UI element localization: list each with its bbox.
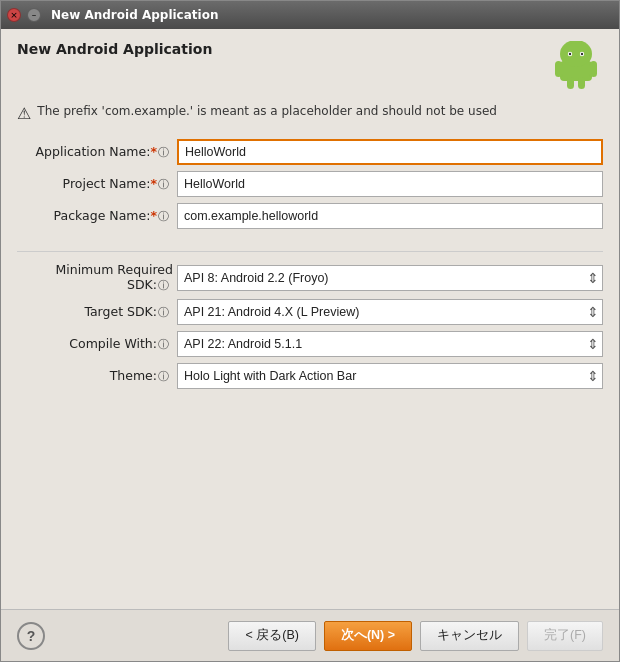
svg-rect-5 xyxy=(578,77,585,89)
svg-rect-4 xyxy=(567,77,574,89)
min-sdk-row: Minimum Required SDK:ⓘ API 8: Android 2.… xyxy=(17,262,603,293)
page-title-area: New Android Application xyxy=(17,41,212,57)
app-name-input[interactable] xyxy=(177,139,603,165)
compile-with-label: Compile With:ⓘ xyxy=(17,336,177,352)
package-required-star: * xyxy=(150,208,157,223)
warning-icon: ⚠ xyxy=(17,103,31,125)
compile-info-icon: ⓘ xyxy=(158,338,169,351)
min-sdk-select-wrapper: API 8: Android 2.2 (Froyo) ⇕ xyxy=(177,265,603,291)
compile-with-row: Compile With:ⓘ API 22: Android 5.1.1 ⇕ xyxy=(17,331,603,357)
theme-label: Theme:ⓘ xyxy=(17,368,177,384)
sdk-section: Minimum Required SDK:ⓘ API 8: Android 2.… xyxy=(17,262,603,395)
required-star: * xyxy=(150,144,157,159)
next-button[interactable]: 次へ(N) > xyxy=(324,621,412,651)
target-sdk-info-icon: ⓘ xyxy=(158,306,169,319)
min-sdk-label: Minimum Required SDK:ⓘ xyxy=(17,262,177,293)
app-name-info-icon: ⓘ xyxy=(158,146,169,159)
titlebar-title: New Android Application xyxy=(51,8,218,22)
cancel-button[interactable]: キャンセル xyxy=(420,621,519,651)
project-name-input[interactable] xyxy=(177,171,603,197)
package-name-input[interactable] xyxy=(177,203,603,229)
android-logo xyxy=(549,41,603,95)
theme-row: Theme:ⓘ Holo Light with Dark Action Bar … xyxy=(17,363,603,389)
finish-button[interactable]: 完了(F) xyxy=(527,621,603,651)
titlebar: × – New Android Application xyxy=(1,1,619,29)
package-name-row: Package Name:*ⓘ xyxy=(17,203,603,229)
app-name-row: Application Name:*ⓘ xyxy=(17,139,603,165)
help-button[interactable]: ? xyxy=(17,622,45,650)
svg-point-19 xyxy=(581,53,583,55)
svg-point-15 xyxy=(562,43,590,67)
warning-message: ⚠ The prefix 'com.example.' is meant as … xyxy=(17,103,603,125)
spacer xyxy=(17,405,603,597)
warning-text: The prefix 'com.example.' is meant as a … xyxy=(37,103,497,120)
svg-point-18 xyxy=(569,53,571,55)
target-sdk-label: Target SDK:ⓘ xyxy=(17,304,177,320)
form-separator xyxy=(17,251,603,252)
theme-info-icon: ⓘ xyxy=(158,370,169,383)
close-button[interactable]: × xyxy=(7,8,21,22)
project-required-star: * xyxy=(150,176,157,191)
app-name-label: Application Name:*ⓘ xyxy=(17,144,177,160)
form-section: Application Name:*ⓘ Project Name:*ⓘ Pack… xyxy=(17,139,603,235)
project-name-row: Project Name:*ⓘ xyxy=(17,171,603,197)
compile-with-select-wrapper: API 22: Android 5.1.1 ⇕ xyxy=(177,331,603,357)
page-title: New Android Application xyxy=(17,41,212,57)
svg-rect-2 xyxy=(555,61,562,77)
min-sdk-select[interactable]: API 8: Android 2.2 (Froyo) xyxy=(177,265,603,291)
package-name-info-icon: ⓘ xyxy=(158,210,169,223)
theme-select[interactable]: Holo Light with Dark Action Bar Holo Lig… xyxy=(177,363,603,389)
back-button[interactable]: < 戻る(B) xyxy=(228,621,315,651)
compile-with-select[interactable]: API 22: Android 5.1.1 xyxy=(177,331,603,357)
button-bar: ? < 戻る(B) 次へ(N) > キャンセル 完了(F) xyxy=(1,609,619,661)
target-sdk-select[interactable]: API 21: Android 4.X (L Preview) xyxy=(177,299,603,325)
package-name-label: Package Name:*ⓘ xyxy=(17,208,177,224)
content-area: New Android Application xyxy=(1,29,619,609)
minimize-button[interactable]: – xyxy=(27,8,41,22)
theme-select-wrapper: Holo Light with Dark Action Bar Holo Lig… xyxy=(177,363,603,389)
page-header: New Android Application xyxy=(17,41,603,95)
svg-rect-3 xyxy=(590,61,597,77)
min-sdk-info-icon: ⓘ xyxy=(158,279,169,292)
target-sdk-row: Target SDK:ⓘ API 21: Android 4.X (L Prev… xyxy=(17,299,603,325)
project-name-info-icon: ⓘ xyxy=(158,178,169,191)
main-window: × – New Android Application New Android … xyxy=(0,0,620,662)
target-sdk-select-wrapper: API 21: Android 4.X (L Preview) ⇕ xyxy=(177,299,603,325)
project-name-label: Project Name:*ⓘ xyxy=(17,176,177,192)
